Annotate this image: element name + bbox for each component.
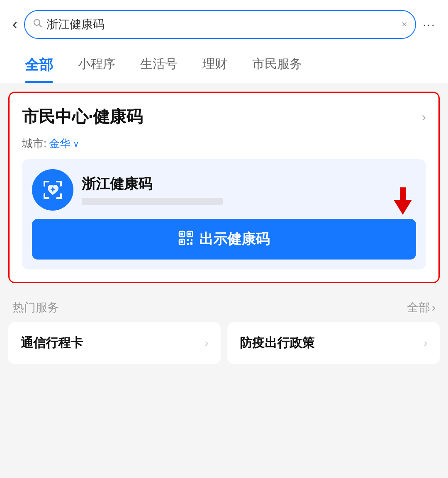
hot-services-all-chevron-icon: › <box>432 301 436 314</box>
card-header: 市民中心·健康码 › <box>22 105 426 128</box>
search-icon <box>33 19 42 30</box>
more-button[interactable]: ··· <box>423 17 436 32</box>
app-text-block: 浙江健康码 <box>82 175 416 205</box>
city-selector[interactable]: 城市: 金华 ∨ <box>22 136 426 151</box>
service-item-travel-card-label: 通信行程卡 <box>21 335 83 352</box>
hot-services-header: 热门服务 全部 › <box>8 291 440 322</box>
svg-rect-11 <box>51 189 55 190</box>
svg-rect-7 <box>44 193 45 199</box>
svg-rect-18 <box>187 239 189 241</box>
search-bar: 浙江健康码 × <box>24 10 416 39</box>
hot-services-title: 热门服务 <box>12 300 59 315</box>
tab-all[interactable]: 全部 <box>12 46 66 83</box>
header: ‹ 浙江健康码 × ··· <box>0 0 448 46</box>
show-code-icon <box>178 231 193 248</box>
show-code-btn-label: 出示健康码 <box>199 230 270 249</box>
tab-miniapp[interactable]: 小程序 <box>66 46 128 83</box>
back-button[interactable]: ‹ <box>12 17 17 32</box>
service-item-epidemic-policy[interactable]: 防疫出行政策 › <box>227 322 440 364</box>
svg-rect-3 <box>44 181 45 187</box>
tab-finance[interactable]: 理财 <box>190 46 240 83</box>
tabs-bar: 全部 小程序 生活号 理财 市民服务 <box>0 46 448 83</box>
search-clear-button[interactable]: × <box>402 19 407 30</box>
city-chevron-down-icon: ∨ <box>73 139 79 149</box>
svg-rect-13 <box>180 233 183 235</box>
hot-services-section: 热门服务 全部 › 通信行程卡 › 防疫出行政策 › <box>8 291 440 364</box>
city-label: 城市: <box>22 136 46 151</box>
hot-services-all-button[interactable]: 全部 › <box>407 300 436 315</box>
service-item-travel-card-chevron-icon: › <box>205 337 208 349</box>
city-name-value: 金华 <box>49 136 71 151</box>
app-inner-card: 浙江健康码 <box>22 159 426 269</box>
svg-line-1 <box>39 25 42 27</box>
tab-life[interactable]: 生活号 <box>128 46 190 83</box>
card-chevron-right-icon[interactable]: › <box>422 110 426 124</box>
app-description-blurred <box>82 198 416 205</box>
svg-rect-5 <box>60 181 62 187</box>
search-input-value[interactable]: 浙江健康码 <box>46 17 397 32</box>
service-item-epidemic-policy-label: 防疫出行政策 <box>240 335 314 352</box>
svg-rect-19 <box>191 239 192 241</box>
svg-rect-20 <box>187 243 189 245</box>
service-item-epidemic-policy-chevron-icon: › <box>424 337 427 349</box>
card-title: 市民中心·健康码 <box>22 105 143 128</box>
svg-rect-9 <box>60 193 62 199</box>
red-arrow-indicator <box>394 188 412 215</box>
svg-rect-15 <box>188 233 191 235</box>
svg-rect-17 <box>180 240 183 243</box>
featured-card: 市民中心·健康码 › 城市: 金华 ∨ <box>8 92 440 283</box>
tab-citizen[interactable]: 市民服务 <box>240 46 314 83</box>
app-name: 浙江健康码 <box>82 175 416 194</box>
app-icon <box>32 169 73 211</box>
app-info-row: 浙江健康码 <box>32 169 416 211</box>
service-item-travel-card[interactable]: 通信行程卡 › <box>8 322 221 364</box>
service-grid: 通信行程卡 › 防疫出行政策 › <box>8 322 440 364</box>
svg-rect-21 <box>190 242 192 245</box>
show-health-code-button[interactable]: 出示健康码 <box>32 219 416 260</box>
main-content: 市民中心·健康码 › 城市: 金华 ∨ <box>0 83 448 364</box>
